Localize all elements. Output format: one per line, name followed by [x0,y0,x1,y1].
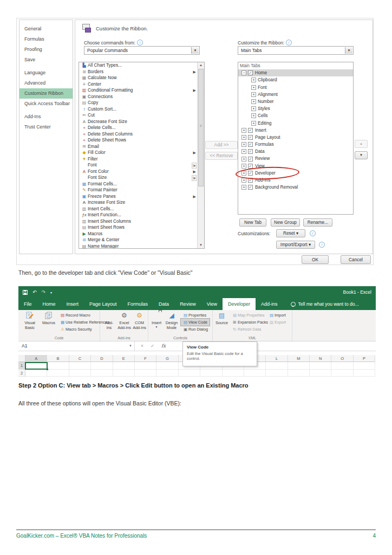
nav-item-proofing[interactable]: Proofing [19,44,73,55]
column-header-a[interactable]: A [25,355,47,362]
expand-icon[interactable]: + [251,113,256,118]
grid-cell[interactable] [25,370,47,377]
run-dialog-button[interactable]: ▣Run Dialog [181,326,210,333]
grid-cell[interactable] [331,370,353,377]
nav-item-formulas[interactable]: Formulas [19,34,73,44]
scroll-up-icon[interactable]: ▲ [198,62,204,68]
excel-add-ins-button[interactable]: ⚙ ExcelAdd-ins [117,311,132,330]
command-item-custom-sort[interactable]: ↕Custom Sort... [79,106,204,113]
grid-cell[interactable] [135,370,156,377]
grid-cell[interactable] [91,362,113,370]
expand-icon[interactable]: + [251,121,256,126]
tree-item-cells[interactable]: +Cells [238,112,353,119]
redo-icon[interactable]: ↷ [42,289,46,295]
grid-cell[interactable] [156,362,178,370]
scrollbar-thumb[interactable]: ≡ [198,69,204,186]
tree-item-page-layout[interactable]: +✓Page Layout [238,134,353,141]
nav-item-customize-ribbon[interactable]: Customize Ribbon [19,88,73,99]
tree-item-home[interactable]: −✓Home [238,69,353,76]
chevron-down-icon[interactable]: ▼ [345,47,352,54]
expand-icon[interactable]: + [241,164,246,169]
grid-cell[interactable] [69,370,91,377]
grid-cell[interactable] [113,362,135,370]
source-button[interactable]: ▤ Source [214,311,229,326]
checkbox-icon[interactable]: ✓ [248,128,253,133]
tab-view[interactable]: View [201,298,223,310]
tell-me-box[interactable]: Tell me what you want to do... [283,298,359,310]
expand-icon[interactable]: + [251,78,256,82]
expand-icon[interactable]: + [251,92,256,97]
insert-control-button[interactable]: Insert▼ [150,311,163,328]
command-item-font-color[interactable]: AFont Color▶ [79,169,204,175]
grid-cell[interactable] [288,362,310,370]
column-header-m[interactable]: M [288,355,310,362]
grid-cell[interactable] [331,362,353,370]
command-item-name-manager[interactable]: ▤Name Manager [79,243,204,249]
tab-review[interactable]: Review [174,298,201,310]
expand-icon[interactable]: + [241,149,246,154]
column-header-o[interactable]: O [331,355,353,362]
tree-item-review[interactable]: +✓Review [238,155,353,162]
column-header-n[interactable]: N [310,355,331,362]
expand-icon[interactable]: + [241,157,246,162]
new-tab-button[interactable]: New Tab [239,218,266,227]
tree-item-formulas[interactable]: +✓Formulas [238,141,353,148]
grid-cell[interactable] [47,362,69,370]
nav-item-quick-access-toolbar[interactable]: Quick Access Toolbar [19,99,73,109]
view-code-button[interactable]: ▤View Code [181,319,210,326]
column-header-f[interactable]: F [135,355,156,362]
import-export-button[interactable]: Import/Export ▾ [276,241,315,249]
remove-button[interactable]: << Remove [205,152,238,160]
command-item-borders[interactable]: ⊞Borders▶ [79,69,204,75]
rename-button[interactable]: Rename... [303,218,332,227]
grid-cell[interactable] [266,370,288,377]
tab-add-ins[interactable]: Add-ins [256,298,283,310]
command-item-all-chart-types[interactable]: ▙All Chart Types... [79,62,204,69]
expand-icon[interactable]: + [251,99,256,104]
grid-cell[interactable] [310,362,331,370]
collapse-icon[interactable]: − [241,70,246,75]
tree-item-number[interactable]: +Number [238,98,353,105]
customize-qat-icon[interactable]: ▾ [50,291,52,294]
command-item-cut[interactable]: ✂Cut [79,112,204,119]
chevron-down-icon[interactable]: ▼ [129,341,132,351]
grid-cell[interactable] [179,370,200,377]
cancel-button[interactable]: Cancel [341,255,371,264]
command-item-filter[interactable]: ▼Filter [79,156,204,163]
tree-item-background-removal[interactable]: +✓Background Removal [238,184,353,191]
checkbox-icon[interactable]: ✓ [248,149,253,154]
commands-scrollbar[interactable]: ▲ ≡ ▼ [197,62,204,248]
selected-cell-a1[interactable] [25,362,48,370]
command-item-fill-color[interactable]: ◆Fill Color▶ [79,150,204,156]
grid-cell[interactable] [47,370,69,377]
command-item-format-cells[interactable]: ▦Format Cells... [79,181,204,188]
command-item-merge-center[interactable]: ⊞Merge & Center [79,237,204,243]
nav-item-language[interactable]: Language [19,68,73,78]
command-item-insert-function[interactable]: ƒxInsert Function... [79,212,204,218]
export-button[interactable]: ▥Export [267,319,288,326]
command-item-copy[interactable]: ▤Copy [79,100,204,106]
grid-cell[interactable] [135,362,156,370]
tree-item-styles[interactable]: +Styles [238,105,353,112]
tree-item-editing[interactable]: +Editing [238,120,353,127]
grid-cell[interactable] [244,370,266,377]
grid-cell[interactable] [91,370,113,377]
macros-button[interactable]: Macros [41,311,57,326]
tab-developer[interactable]: Developer [223,298,256,310]
customize-ribbon-dropdown[interactable]: Main Tabs▼ [238,46,354,55]
command-item-center[interactable]: ≡Center [79,81,204,88]
tree-item-font[interactable]: +Font [238,84,353,91]
row-header-2[interactable]: 2 [18,370,25,377]
checkbox-icon[interactable]: ✓ [248,70,253,75]
tab-home[interactable]: Home [37,298,61,310]
tab-page-layout[interactable]: Page Layout [84,298,122,310]
command-item-increase-font-size[interactable]: AIncrease Font Size [79,199,204,206]
checkbox-icon[interactable]: ✓ [248,185,253,190]
properties-button[interactable]: ▤Properties [181,312,210,319]
select-all-corner[interactable] [18,355,25,362]
grid-cell[interactable] [354,362,375,370]
tree-item-insert[interactable]: +✓Insert [238,127,353,134]
tab-formulas[interactable]: Formulas [122,298,154,310]
com-add-ins-button[interactable]: ⚙ COMAdd-ins [132,311,147,330]
add-ins-button[interactable]: Add-ins [102,311,116,330]
